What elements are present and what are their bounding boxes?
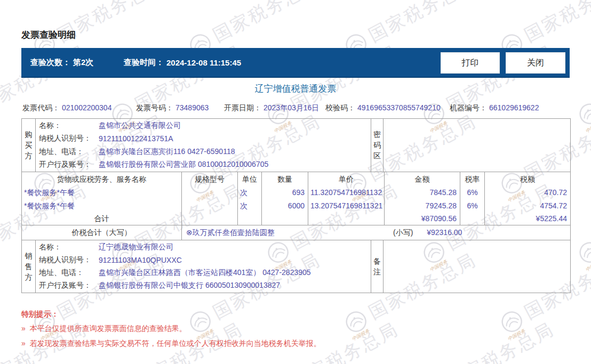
item-spec [182,186,237,199]
machine-number: 机器编号：661029619622 [450,103,539,113]
password-area-label: 密 码 区 [371,119,384,172]
notice-title: 特别提示： [21,310,59,319]
buyer-address-row: 地址、电话： 盘锦市兴隆台区惠宾街116 0427-6590118 [39,146,371,158]
amount-in-figures: (小写) ¥92316.00 [393,225,462,240]
col-tax-amount: 税额 470.72 4754.72 ¥5225.44 [485,172,570,225]
col-unit-price: 单价 11.320754716981132 13.207547169811321 [308,172,385,225]
item-tax: 470.72 [485,186,570,199]
close-button[interactable]: 关闭 [506,52,565,74]
item-tax: 4754.72 [485,199,570,213]
invoice-date: 开票日期：2023年03月16日 [224,103,319,113]
invoice-code: 发票代码：021002200304 [22,103,111,113]
items-table: 货物或应税劳务、服务名称 *餐饮服务*午餐 *餐饮服务*午餐 合计 规格型号 单… [22,172,570,225]
buyer-taxid-row: 纳税人识别号： 91211100122413751A [39,133,371,144]
password-area-content [384,119,570,172]
item-price: 13.207547169811321 [308,199,384,213]
col-tax-rate: 税率 6% 6% [460,172,485,225]
notice-item: »若发现发票查验结果与实际交易不符，任何单位或个人有权拒收并向当地税务机关举报。 [21,339,321,349]
col-item-name: 货物或应税劳务、服务名称 *餐饮服务*午餐 *餐饮服务*午餐 合计 [22,172,182,225]
seller-fields: 名称： 辽宁德晟物业有限公司 纳税人识别号： 91211103MA10QPUXX… [36,240,371,293]
remark-content [384,240,570,293]
print-button[interactable]: 打印 [441,52,500,74]
col-amount: 金额 7845.28 79245.28 ¥87090.56 [385,172,460,225]
invoice-number: 发票号码：73489063 [136,103,209,113]
col-spec: 规格型号 [182,172,238,225]
seller-name-row: 名称： 辽宁德晟物业有限公司 [39,241,371,253]
invoice-code-row: 发票代码：021002200304 发票号码：73489063 开票日期：202… [21,103,571,114]
invoice-title: 辽宁增值税普通发票 [21,83,570,95]
item-quantity: 693 [262,186,308,199]
total-label: 合计 [22,213,181,225]
item-name: *餐饮服务*午餐 [22,186,181,199]
page-title: 发票查验明细 [21,29,76,41]
item-tax-rate: 6% [460,199,484,213]
item-quantity: 6000 [262,199,308,213]
notice-bullet: » [21,324,26,333]
seller-address-row: 地址、电话： 盘锦市兴隆台区庄林路西（市客运站四楼401室） 0427-2823… [39,267,371,279]
check-code: 校验码：49169653370855749210 [325,103,441,113]
item-unit: 次 [238,199,261,213]
grand-total-label: 价税合计（大写） [22,225,182,240]
item-unit: 次 [238,186,261,199]
check-time-label: 查验时间： [124,58,164,68]
grand-total-content: ⊗玖万贰仟叁佰壹拾陆圆整 (小写) ¥92316.00 [182,225,570,240]
check-time: 查验时间： 2024-12-08 11:15:45 [124,48,241,77]
col-quantity: 数量 693 6000 [262,172,308,225]
grand-total-row: 价税合计（大写） ⊗玖万贰仟叁佰壹拾陆圆整 (小写) ¥92316.00 [22,225,570,240]
item-price: 11.320754716981132 [308,186,384,199]
check-count: 查验次数： 第2次 [30,48,93,77]
seller-section: 销 售 方 名称： 辽宁德晟物业有限公司 纳税人识别号： 91211103MA1… [22,240,570,293]
check-count-label: 查验次数： [30,58,70,68]
invoice-body: 购 买 方 名称： 盘锦市公共交通有限公司 纳税人识别号： 9121110012… [21,118,571,293]
col-unit: 单位 次 次 [238,172,262,225]
buyer-side-label: 购 买 方 [22,119,36,172]
seller-taxid-row: 纳税人识别号： 91211103MA10QPUXXC [39,254,371,266]
buyer-bank-row: 开户行及账号： 盘锦银行股份有限公司营业部 08100012010006705 [39,159,371,171]
amount-in-words: ⊗玖万贰仟叁佰壹拾陆圆整 [186,228,275,237]
seller-bank-row: 开户行及账号： 盘锦银行股份有限公司中银支行 66005013090001382… [39,280,371,292]
verification-toolbar: 查验次数： 第2次 查验时间： 2024-12-08 11:15:45 打印 关… [21,48,570,78]
remark-label: 备 注 [371,240,384,293]
item-amount: 79245.28 [385,199,460,213]
item-amount: 7845.28 [385,186,460,199]
item-tax-rate: 6% [460,186,484,199]
item-spec [182,199,237,213]
buyer-fields: 名称： 盘锦市公共交通有限公司 纳税人识别号： 9121110012241375… [36,119,371,172]
total-tax: ¥5225.44 [485,213,570,225]
buyer-section: 购 买 方 名称： 盘锦市公共交通有限公司 纳税人识别号： 9121110012… [22,119,570,172]
check-time-value: 2024-12-08 11:15:45 [166,58,241,67]
notice-item: »本平台仅提供所查询发票票面信息的查验结果。 [21,324,187,334]
total-amount: ¥87090.56 [385,213,460,225]
notice-bullet: » [21,339,26,347]
item-name: *餐饮服务*午餐 [22,199,181,213]
seller-side-label: 销 售 方 [22,240,36,293]
check-count-value: 第2次 [73,58,93,68]
buyer-name-row: 名称： 盘锦市公共交通有限公司 [39,120,371,132]
